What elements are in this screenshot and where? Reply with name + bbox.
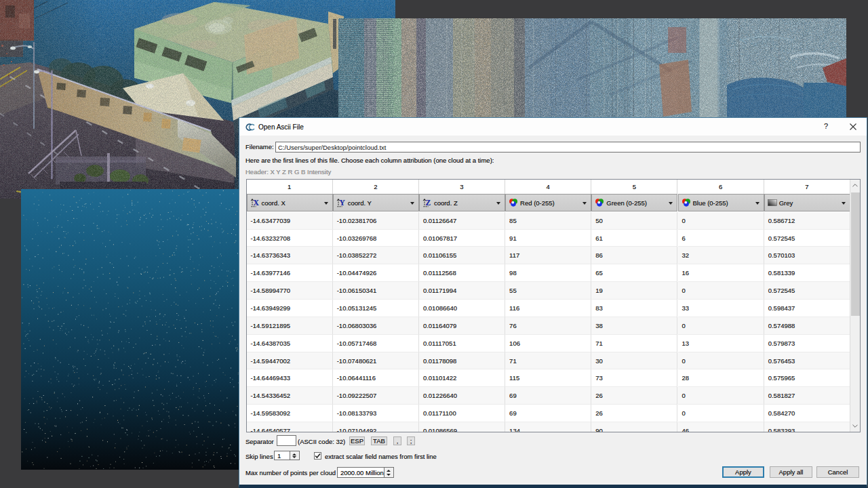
- svg-text:Z: Z: [425, 199, 431, 207]
- svg-text:Y: Y: [339, 199, 345, 207]
- svg-text:X: X: [253, 199, 259, 207]
